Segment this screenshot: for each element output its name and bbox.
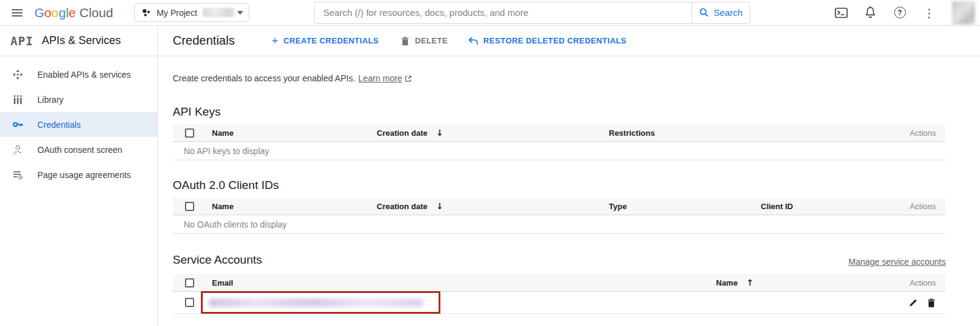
oauth-title: OAuth 2.0 Client IDs [173, 179, 946, 192]
sidebar-item-page-usage[interactable]: Page usage agreements [0, 162, 157, 187]
api-keys-title: API Keys [173, 105, 946, 119]
api-keys-section: API Keys Name Creation date ↓ Restrictio… [173, 105, 946, 160]
content-area: Create credentials to access your enable… [158, 56, 980, 314]
row-checkbox[interactable] [185, 298, 194, 307]
oauth-clients-section: OAuth 2.0 Client IDs Name Creation date … [173, 179, 946, 234]
enabled-apis-icon [12, 69, 24, 81]
empty-state-text: No OAuth clients to display [173, 220, 287, 229]
column-name: Name [212, 202, 377, 211]
select-all-checkbox[interactable] [185, 202, 194, 211]
sidebar-item-enabled-apis[interactable]: Enabled APIs & services [0, 62, 157, 87]
global-search: Search [314, 2, 750, 24]
delete-trash-icon[interactable] [926, 297, 937, 308]
sidebar-header: API APIs & Services [0, 26, 157, 56]
row-actions [908, 297, 946, 308]
table-header-row: Name Creation date ↓ Restrictions Action… [173, 124, 946, 142]
cloud-wordmark: Cloud [80, 6, 113, 20]
create-credentials-button[interactable]: + CREATE CREDENTIALS [271, 35, 379, 46]
service-account-email-redacted[interactable] [208, 298, 424, 307]
chevron-down-icon [237, 11, 243, 15]
google-cloud-logo[interactable]: Google Cloud [34, 6, 113, 20]
avatar[interactable] [952, 1, 975, 24]
search-icon [699, 7, 709, 18]
key-icon [12, 119, 24, 131]
cloud-shell-icon[interactable] [834, 6, 848, 20]
service-accounts-title: Service Accounts [173, 253, 262, 267]
column-actions: Actions [910, 278, 946, 287]
service-accounts-table: Email Name ↑ Actions [173, 274, 946, 314]
select-all-checkbox[interactable] [185, 278, 194, 287]
google-cloud-console: Google Cloud My Project Search [0, 0, 980, 326]
sort-asc-icon: ↑ [746, 278, 753, 287]
sidebar-item-library[interactable]: Library [0, 87, 157, 112]
sidebar-nav: Enabled APIs & services Library [0, 56, 157, 187]
google-logo-letters: Google [34, 6, 76, 20]
sidebar: API APIs & Services Enabled APIs & servi… [0, 26, 158, 326]
restore-undo-icon [467, 36, 478, 46]
top-bar: Google Cloud My Project Search [0, 0, 980, 26]
sidebar-item-label: Enabled APIs & services [37, 70, 131, 80]
project-name-redacted [203, 8, 235, 17]
help-glyph: ? [897, 9, 902, 17]
column-name[interactable]: Name ↑ [716, 278, 910, 287]
column-name: Name [212, 128, 377, 138]
main-panel: Credentials + CREATE CREDENTIALS DELETE [158, 26, 980, 326]
column-actions: Actions [910, 128, 946, 138]
project-icon [141, 8, 151, 18]
page-title: Credentials [173, 34, 235, 48]
consent-person-icon [12, 144, 24, 156]
edit-pencil-icon[interactable] [908, 297, 918, 308]
column-creation-date[interactable]: Creation date ↓ [377, 201, 609, 211]
search-input[interactable] [315, 2, 692, 23]
empty-state-row: No OAuth clients to display [173, 215, 946, 234]
project-selector[interactable]: My Project [134, 3, 249, 22]
manage-service-accounts-link[interactable]: Manage service accounts [848, 257, 946, 267]
api-keys-table: Name Creation date ↓ Restrictions Action… [173, 124, 946, 160]
column-actions: Actions [910, 202, 946, 211]
more-vertical-icon[interactable]: ⋮ [922, 6, 936, 20]
trash-icon [401, 36, 410, 46]
delete-button[interactable]: DELETE [401, 36, 448, 46]
intro-text: Create credentials to access your enable… [173, 73, 946, 83]
learn-more-link[interactable]: Learn more [358, 73, 412, 83]
page-header: Credentials + CREATE CREDENTIALS DELETE [158, 26, 980, 56]
sidebar-item-oauth-consent[interactable]: OAuth consent screen [0, 137, 157, 162]
select-all-checkbox[interactable] [185, 128, 194, 138]
column-creation-date[interactable]: Creation date ↓ [377, 128, 609, 138]
external-link-icon [404, 75, 412, 83]
restore-credentials-button[interactable]: RESTORE DELETED CREDENTIALS [467, 36, 627, 46]
sidebar-item-label: Library [37, 95, 64, 105]
sort-desc-icon: ↓ [436, 201, 443, 211]
service-account-row [173, 292, 946, 314]
column-type: Type [609, 202, 761, 211]
help-icon[interactable]: ? [893, 6, 907, 20]
sidebar-title: APIs & Services [42, 34, 121, 47]
column-client-id: Client ID [761, 202, 910, 211]
agreements-gear-icon [12, 169, 24, 181]
column-restrictions: Restrictions [609, 128, 910, 138]
search-button-label: Search [714, 7, 743, 18]
library-icon [12, 94, 24, 106]
empty-state-row: No API keys to display [173, 142, 946, 160]
column-email: Email [212, 278, 716, 287]
search-button[interactable]: Search [692, 2, 750, 23]
topbar-utilities: ? ⋮ [834, 1, 980, 24]
project-name: My Project [157, 8, 197, 18]
service-accounts-section: Service Accounts Manage service accounts… [173, 253, 946, 314]
sidebar-item-label: Page usage agreements [37, 170, 131, 180]
sort-desc-icon: ↓ [436, 128, 443, 138]
plus-icon: + [271, 35, 279, 46]
sidebar-item-label: OAuth consent screen [37, 145, 123, 155]
oauth-clients-table: Name Creation date ↓ Type Client ID Acti… [173, 198, 946, 234]
sidebar-item-label: Credentials [37, 120, 81, 130]
table-header-row: Name Creation date ↓ Type Client ID Acti… [173, 198, 946, 215]
hamburger-menu-icon[interactable] [0, 0, 34, 26]
table-header-row: Email Name ↑ Actions [173, 274, 946, 292]
empty-state-text: No API keys to display [173, 146, 269, 156]
api-logo: API [10, 34, 33, 48]
sidebar-item-credentials[interactable]: Credentials [0, 112, 157, 137]
notifications-bell-icon[interactable] [864, 6, 877, 20]
